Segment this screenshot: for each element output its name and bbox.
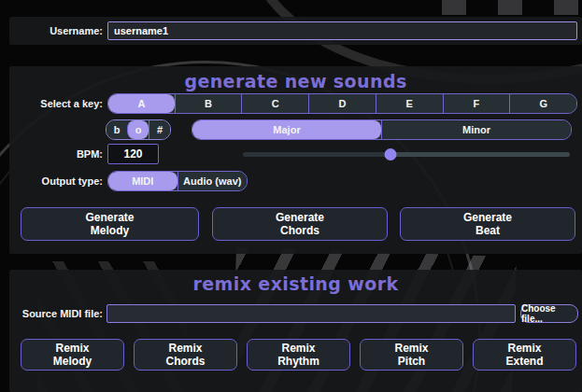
generate-melody-line1: Generate <box>85 211 134 224</box>
remix-chords-line2: Chords <box>166 355 206 368</box>
remix-rhythm-line2: Rhythm <box>277 355 319 368</box>
generate-melody-line2: Melody <box>91 224 129 237</box>
generate-chords-line1: Generate <box>276 211 324 224</box>
remix-extend-line2: Extend <box>505 355 543 368</box>
accidental-natural[interactable]: o <box>127 120 149 139</box>
bpm-slider-track[interactable] <box>243 152 570 157</box>
output-option-audio[interactable]: Audio (wav) <box>177 172 248 190</box>
remix-pitch-line1: Remix <box>394 342 428 355</box>
generate-melody-button[interactable]: Generate Melody <box>21 207 199 241</box>
remix-buttons-row: Remix Melody Remix Chords Remix Rhythm R… <box>21 339 576 371</box>
remix-existing-work-panel: remix existing work Source MIDI file: Ch… <box>9 270 582 392</box>
source-midi-file-label: Source MIDI file: <box>9 308 103 319</box>
remix-section-heading: remix existing work <box>9 273 582 294</box>
username-input[interactable] <box>107 21 577 40</box>
generate-beat-line1: Generate <box>463 211 512 224</box>
remix-pitch-button[interactable]: Remix Pitch <box>360 339 463 371</box>
key-option-a[interactable]: A <box>108 94 175 113</box>
generate-chords-button[interactable]: Generate Chords <box>212 207 388 241</box>
remix-pitch-line2: Pitch <box>398 355 425 368</box>
generate-beat-button[interactable]: Generate Beat <box>400 207 575 241</box>
background-texture-block <box>442 0 582 15</box>
bpm-slider[interactable] <box>243 148 570 160</box>
username-label: Username: <box>9 25 103 36</box>
generate-beat-line2: Beat <box>476 224 500 237</box>
remix-chords-button[interactable]: Remix Chords <box>134 339 237 371</box>
key-option-e[interactable]: E <box>376 94 443 113</box>
bpm-input[interactable] <box>107 144 159 164</box>
remix-rhythm-button[interactable]: Remix Rhythm <box>247 339 350 371</box>
accidental-flat[interactable]: b <box>106 120 127 139</box>
source-midi-file-input[interactable] <box>106 304 516 323</box>
remix-extend-button[interactable]: Remix Extend <box>473 339 576 371</box>
key-option-f[interactable]: F <box>443 94 510 113</box>
remix-chords-line1: Remix <box>168 342 202 355</box>
key-selector: A B C D E F G <box>107 93 577 114</box>
remix-melody-line2: Melody <box>53 355 92 368</box>
output-option-midi[interactable]: MIDI <box>108 172 177 190</box>
remix-melody-line1: Remix <box>55 342 89 355</box>
remix-rhythm-line1: Remix <box>281 342 315 355</box>
mode-selector: Major Minor <box>192 119 572 140</box>
output-type-selector: MIDI Audio (wav) <box>107 171 248 191</box>
username-bar: Username: <box>9 17 582 45</box>
key-option-c[interactable]: C <box>241 94 308 113</box>
output-type-label: Output type: <box>9 175 103 187</box>
key-option-b[interactable]: B <box>175 94 242 113</box>
accidental-sharp[interactable]: # <box>149 120 170 139</box>
mode-major[interactable]: Major <box>192 120 381 139</box>
accidental-selector: b o # <box>106 119 171 140</box>
generate-chords-line2: Chords <box>280 224 319 237</box>
bpm-label: BPM: <box>9 148 103 160</box>
remix-melody-button[interactable]: Remix Melody <box>21 339 124 371</box>
remix-extend-line1: Remix <box>507 342 541 355</box>
select-key-label: Select a key: <box>9 98 103 109</box>
generate-new-sounds-panel: generate new sounds Select a key: A B C … <box>9 66 582 254</box>
mode-minor[interactable]: Minor <box>381 120 571 139</box>
choose-file-button[interactable]: Choose file... <box>520 304 578 323</box>
bpm-slider-thumb[interactable] <box>384 148 396 161</box>
generate-section-heading: generate new sounds <box>9 71 582 91</box>
key-option-d[interactable]: D <box>308 94 376 113</box>
key-option-g[interactable]: G <box>509 94 576 113</box>
